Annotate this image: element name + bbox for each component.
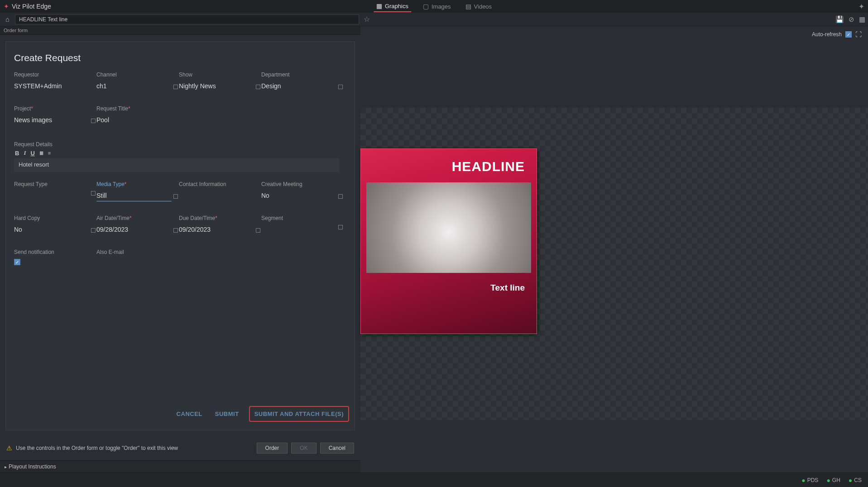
ok-button[interactable]: OK bbox=[291, 443, 316, 454]
message-bar: ⚠ Use the controls in the Order form or … bbox=[3, 440, 358, 456]
dropdown-icon[interactable] bbox=[338, 225, 343, 229]
field-contact: Contact Information bbox=[179, 181, 260, 201]
dropdown-icon[interactable] bbox=[338, 85, 343, 89]
graphic-textline: Text line bbox=[361, 273, 537, 293]
playout-label: Playout Instructions bbox=[9, 463, 56, 470]
graphics-icon: ▦ bbox=[376, 2, 382, 10]
submit-button[interactable]: SUBMIT bbox=[212, 407, 242, 421]
submit-attach-button[interactable]: SUBMIT AND ATTACH FILE(S) bbox=[249, 406, 349, 422]
tab-videos[interactable]: ▤Videos bbox=[463, 0, 495, 12]
send-notif-checkbox[interactable]: ✓ bbox=[14, 259, 20, 265]
cancel-msg-button[interactable]: Cancel bbox=[320, 443, 354, 454]
panel-header: Order form bbox=[0, 26, 360, 35]
graphic-image-placeholder bbox=[366, 182, 531, 273]
italic-button[interactable]: I bbox=[23, 149, 27, 157]
order-toggle-button[interactable]: Order bbox=[257, 443, 288, 454]
field-hardcopy: Hard Copy No bbox=[14, 215, 96, 235]
field-request-title: Request Title* Pool bbox=[96, 105, 178, 126]
field-request-type: Request Type bbox=[14, 181, 96, 201]
underline-button[interactable]: U bbox=[29, 150, 35, 157]
field-also-email: Also E-mail bbox=[96, 249, 178, 265]
calendar-icon[interactable] bbox=[173, 228, 178, 233]
number-list-button[interactable]: ≡ bbox=[47, 151, 52, 156]
message-text: Use the controls in the Order form or to… bbox=[16, 445, 253, 451]
form-title: Create Request bbox=[14, 53, 349, 63]
bullet-list-button[interactable]: ≣ bbox=[38, 151, 44, 156]
address-bar: ⌂ ☆ 💾 ⊘ ▦ bbox=[0, 13, 868, 26]
dropdown-icon[interactable] bbox=[173, 194, 178, 199]
details-label: Request Details bbox=[14, 141, 349, 148]
videos-icon: ▤ bbox=[465, 3, 471, 10]
field-project: Project* News images bbox=[14, 105, 96, 126]
status-ok-icon: ● bbox=[849, 477, 852, 484]
field-show: Show Nightly News bbox=[179, 72, 260, 92]
status-gh: ●GH bbox=[826, 477, 840, 484]
graphic-preview: HEADLINE Text line bbox=[360, 148, 537, 334]
dropdown-icon[interactable] bbox=[91, 191, 96, 196]
form-footer: CANCEL SUBMIT SUBMIT AND ATTACH FILE(S) bbox=[174, 406, 349, 422]
favorite-icon[interactable]: ☆ bbox=[362, 14, 372, 24]
status-pds: ●PDS bbox=[801, 477, 818, 484]
field-channel: Channel ch1 bbox=[96, 72, 178, 92]
grid-icon[interactable]: ▦ bbox=[859, 15, 865, 24]
dropdown-icon[interactable] bbox=[256, 85, 260, 89]
bold-button[interactable]: B bbox=[14, 150, 20, 157]
dropdown-icon[interactable] bbox=[338, 194, 343, 199]
auto-refresh-checkbox[interactable]: ✓ bbox=[845, 31, 852, 38]
no-preview-icon[interactable]: ⊘ bbox=[849, 15, 854, 24]
mode-tabs: ▦Graphics ▢Images ▤Videos bbox=[374, 0, 494, 12]
graphic-headline: HEADLINE bbox=[361, 149, 537, 179]
order-form: Create Request Requestor SYSTEM+Admin Ch… bbox=[5, 41, 355, 430]
tab-label: Graphics bbox=[385, 3, 408, 10]
dropdown-icon[interactable] bbox=[173, 85, 178, 89]
address-input[interactable] bbox=[15, 14, 359, 24]
auto-refresh-label: Auto-refresh bbox=[812, 31, 842, 38]
field-airdate: Air Date/Time* 09/28/2023 bbox=[96, 215, 178, 235]
tab-images[interactable]: ▢Images bbox=[420, 0, 454, 12]
settings-icon[interactable]: ✦ bbox=[858, 2, 864, 11]
dropdown-icon[interactable] bbox=[91, 228, 96, 233]
calendar-icon[interactable] bbox=[256, 228, 260, 233]
field-requestor: Requestor SYSTEM+Admin bbox=[14, 72, 96, 92]
left-panel: Order form Create Request Requestor SYST… bbox=[0, 26, 360, 473]
preview-toolbar: Auto-refresh ✓ ⛶ bbox=[812, 31, 862, 38]
status-cs: ●CS bbox=[849, 477, 862, 484]
field-send-notification: Send notification ✓ bbox=[14, 249, 96, 265]
field-department: Department Design bbox=[261, 72, 343, 92]
field-duedate: Due Date/Time* 09/20/2023 bbox=[179, 215, 260, 235]
status-ok-icon: ● bbox=[801, 477, 805, 484]
warning-icon: ⚠ bbox=[6, 444, 12, 452]
preview-canvas: HEADLINE Text line bbox=[360, 108, 868, 420]
home-icon[interactable]: ⌂ bbox=[3, 14, 12, 24]
field-media-type: Media Type* Still bbox=[96, 181, 178, 201]
dropdown-icon[interactable] bbox=[91, 119, 96, 123]
title-bar: ✦ Viz Pilot Edge ▦Graphics ▢Images ▤Vide… bbox=[0, 0, 868, 13]
status-bar: ●PDS ●GH ●CS bbox=[0, 473, 868, 487]
app-title: Viz Pilot Edge bbox=[12, 3, 51, 10]
app-logo-icon: ✦ bbox=[4, 3, 9, 10]
save-icon[interactable]: 💾 bbox=[835, 15, 844, 24]
details-textarea[interactable]: Hotel resort bbox=[14, 158, 339, 172]
tab-label: Videos bbox=[474, 3, 492, 10]
expand-icon[interactable]: ⛶ bbox=[855, 31, 862, 38]
cancel-button[interactable]: CANCEL bbox=[174, 407, 205, 421]
field-segment: Segment bbox=[261, 215, 343, 235]
tab-graphics[interactable]: ▦Graphics bbox=[374, 0, 411, 12]
field-creative: Creative Meeting No bbox=[261, 181, 343, 201]
images-icon: ▢ bbox=[423, 3, 429, 10]
status-ok-icon: ● bbox=[826, 477, 830, 484]
preview-panel: Auto-refresh ✓ ⛶ HEADLINE Text line bbox=[360, 26, 868, 473]
tab-label: Images bbox=[432, 3, 451, 10]
playout-panel-header[interactable]: ▸ Playout Instructions bbox=[0, 460, 360, 473]
rte-toolbar: B I U ≣ ≡ bbox=[14, 149, 349, 157]
chevron-right-icon: ▸ bbox=[5, 464, 7, 469]
